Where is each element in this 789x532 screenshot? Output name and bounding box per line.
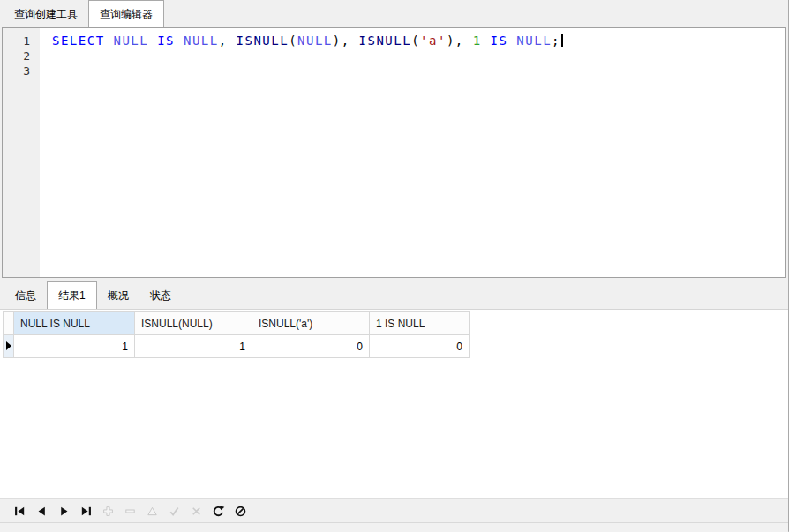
column-header[interactable]: 1 IS NULL [370, 312, 470, 335]
edit-record-icon [141, 501, 163, 521]
result-grid[interactable]: NULL IS NULLISNULL(NULL)ISNULL('a')1 IS … [3, 311, 470, 358]
sql-token: SELECT [52, 34, 105, 48]
top-tab-1[interactable]: 查询编辑器 [88, 0, 164, 27]
bottom-tab-bar: 信息结果1概况状态 [0, 281, 788, 309]
sql-token: ( [411, 34, 420, 48]
results-panel: NULL IS NULLISNULL(NULL)ISNULL('a')1 IS … [0, 309, 788, 498]
current-row-marker-icon [6, 341, 11, 350]
line-number: 3 [3, 64, 40, 79]
sql-token: ) [333, 34, 342, 48]
sql-token: ) [447, 34, 455, 48]
query-editor-window: 查询创建工具查询编辑器 123 SELECT NULL IS NULL, ISN… [0, 0, 789, 532]
add-record-icon [97, 501, 119, 521]
status-bar [0, 522, 788, 532]
refresh-icon[interactable] [207, 501, 229, 521]
sql-token: NULL [114, 34, 149, 48]
sql-code-area[interactable]: SELECT NULL IS NULL, ISNULL(NULL), ISNUL… [40, 28, 785, 277]
sql-token [482, 34, 491, 48]
sql-token: 1 [473, 34, 482, 48]
sql-token: ISNULL [237, 34, 289, 48]
last-record-icon[interactable] [75, 501, 97, 521]
line-number: 2 [3, 49, 40, 64]
sql-token: IS [157, 34, 175, 48]
line-number: 1 [3, 34, 40, 49]
sql-token [148, 34, 157, 48]
bottom-tab-1[interactable]: 结果1 [47, 281, 97, 309]
top-tab-bar: 查询创建工具查询编辑器 [0, 0, 788, 27]
result-cell[interactable]: 1 [14, 335, 135, 358]
column-header[interactable]: NULL IS NULL [14, 312, 135, 335]
row-selector-header[interactable] [4, 312, 14, 335]
sql-token: ; [552, 34, 560, 48]
bottom-tab-2[interactable]: 概况 [97, 284, 139, 309]
result-cell[interactable]: 0 [370, 335, 470, 358]
record-navigation-toolbar [0, 498, 788, 522]
bottom-tab-3[interactable]: 状态 [139, 284, 182, 309]
sql-token: ISNULL [359, 34, 412, 48]
sql-token: IS [491, 34, 508, 48]
result-grid-body: 1100 [4, 335, 470, 358]
sql-token: , [219, 34, 237, 48]
table-row: 1100 [4, 335, 470, 358]
bottom-tab-0[interactable]: 信息 [4, 284, 47, 309]
sql-token: NULL [516, 34, 552, 48]
text-cursor [561, 34, 563, 47]
apply-changes-icon [163, 501, 185, 521]
sql-token: 'a' [420, 34, 447, 48]
result-grid-header: NULL IS NULLISNULL(NULL)ISNULL('a')1 IS … [4, 312, 470, 335]
top-tab-0[interactable]: 查询创建工具 [4, 3, 88, 27]
column-header[interactable]: ISNULL(NULL) [135, 312, 252, 335]
sql-token [175, 34, 184, 48]
next-record-icon[interactable] [53, 501, 75, 521]
sql-line-3 [52, 64, 785, 79]
sql-editor[interactable]: 123 SELECT NULL IS NULL, ISNULL(NULL), I… [2, 27, 786, 278]
result-cell[interactable]: 0 [252, 335, 370, 358]
line-number-gutter: 123 [3, 28, 40, 277]
sql-line-1: SELECT NULL IS NULL, ISNULL(NULL), ISNUL… [52, 34, 785, 49]
sql-token [105, 34, 114, 48]
previous-record-icon[interactable] [31, 501, 53, 521]
first-record-icon[interactable] [9, 501, 31, 521]
column-header[interactable]: ISNULL('a') [252, 312, 370, 335]
sql-token: , [342, 34, 359, 48]
row-selector-cell[interactable] [4, 335, 14, 358]
result-cell[interactable]: 1 [135, 335, 252, 358]
discard-changes-icon [185, 501, 207, 521]
sql-token [507, 34, 516, 48]
sql-token: , [455, 34, 473, 48]
sql-token: NULL [184, 34, 219, 48]
stop-icon[interactable] [229, 501, 252, 521]
delete-record-icon [119, 501, 141, 521]
sql-token: ( [289, 34, 297, 48]
sql-line-2 [52, 49, 785, 64]
sql-token: NULL [297, 34, 333, 48]
